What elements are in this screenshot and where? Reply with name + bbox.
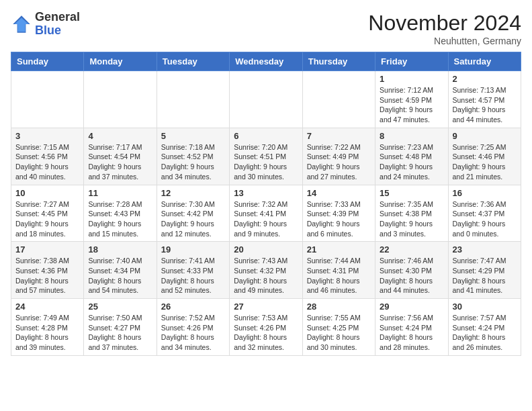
calendar-cell: 23Sunrise: 7:47 AM Sunset: 4:29 PM Dayli…: [448, 242, 521, 299]
calendar-cell: 20Sunrise: 7:43 AM Sunset: 4:32 PM Dayli…: [230, 242, 302, 299]
day-number: 29: [380, 302, 443, 312]
logo-icon: [11, 13, 32, 35]
day-number: 3: [15, 131, 79, 141]
day-info: Sunrise: 7:32 AM Sunset: 4:41 PM Dayligh…: [234, 199, 298, 239]
day-number: 12: [161, 188, 225, 198]
day-number: 22: [380, 244, 443, 255]
calendar-cell: 2Sunrise: 7:13 AM Sunset: 4:57 PM Daylig…: [448, 71, 521, 128]
day-info: Sunrise: 7:46 AM Sunset: 4:30 PM Dayligh…: [380, 256, 443, 295]
day-number: 1: [380, 74, 443, 84]
svg-marker-1: [15, 17, 29, 32]
calendar-cell: 11Sunrise: 7:28 AM Sunset: 4:43 PM Dayli…: [84, 185, 157, 242]
weekday-header: Friday: [375, 52, 448, 71]
logo-general-text: General: [35, 10, 80, 24]
day-info: Sunrise: 7:41 AM Sunset: 4:33 PM Dayligh…: [161, 256, 225, 295]
calendar-cell: 26Sunrise: 7:52 AM Sunset: 4:26 PM Dayli…: [157, 299, 229, 356]
day-info: Sunrise: 7:22 AM Sunset: 4:49 PM Dayligh…: [307, 142, 371, 182]
day-info: Sunrise: 7:55 AM Sunset: 4:25 PM Dayligh…: [307, 313, 371, 353]
day-number: 8: [380, 131, 443, 141]
calendar-cell: 19Sunrise: 7:41 AM Sunset: 4:33 PM Dayli…: [157, 242, 229, 299]
calendar-cell: 13Sunrise: 7:32 AM Sunset: 4:41 PM Dayli…: [230, 185, 302, 242]
day-number: 19: [161, 244, 225, 255]
weekday-header: Sunday: [11, 52, 84, 71]
day-info: Sunrise: 7:23 AM Sunset: 4:48 PM Dayligh…: [380, 142, 443, 182]
calendar-week-row: 17Sunrise: 7:38 AM Sunset: 4:36 PM Dayli…: [11, 242, 521, 299]
day-info: Sunrise: 7:38 AM Sunset: 4:36 PM Dayligh…: [15, 256, 79, 295]
calendar-cell: 1Sunrise: 7:12 AM Sunset: 4:59 PM Daylig…: [375, 71, 448, 128]
calendar-cell: 24Sunrise: 7:49 AM Sunset: 4:28 PM Dayli…: [11, 299, 84, 356]
day-number: 28: [307, 302, 371, 312]
weekday-header: Monday: [84, 52, 157, 71]
calendar-cell: 17Sunrise: 7:38 AM Sunset: 4:36 PM Dayli…: [11, 242, 84, 299]
day-info: Sunrise: 7:53 AM Sunset: 4:26 PM Dayligh…: [234, 313, 298, 353]
day-info: Sunrise: 7:30 AM Sunset: 4:42 PM Dayligh…: [161, 199, 225, 239]
day-info: Sunrise: 7:40 AM Sunset: 4:34 PM Dayligh…: [88, 256, 152, 295]
weekday-header-row: SundayMondayTuesdayWednesdayThursdayFrid…: [11, 52, 521, 71]
calendar-cell: 8Sunrise: 7:23 AM Sunset: 4:48 PM Daylig…: [375, 128, 448, 185]
day-number: 24: [15, 302, 79, 312]
day-number: 7: [307, 131, 371, 141]
day-number: 17: [15, 244, 79, 255]
location: Neuhutten, Germany: [368, 36, 521, 46]
day-number: 2: [453, 74, 517, 84]
day-number: 30: [453, 302, 517, 312]
calendar-cell: 30Sunrise: 7:57 AM Sunset: 4:24 PM Dayli…: [448, 299, 521, 356]
calendar-cell: 5Sunrise: 7:18 AM Sunset: 4:52 PM Daylig…: [157, 128, 229, 185]
calendar-cell: [84, 71, 157, 128]
calendar-cell: 6Sunrise: 7:20 AM Sunset: 4:51 PM Daylig…: [230, 128, 302, 185]
day-number: 15: [380, 188, 443, 198]
day-number: 14: [307, 188, 371, 198]
day-info: Sunrise: 7:56 AM Sunset: 4:24 PM Dayligh…: [380, 313, 443, 353]
calendar-cell: [230, 71, 302, 128]
title-block: November 2024 Neuhutten, Germany: [368, 11, 521, 46]
day-info: Sunrise: 7:35 AM Sunset: 4:38 PM Dayligh…: [380, 199, 443, 239]
day-number: 27: [234, 302, 298, 312]
day-info: Sunrise: 7:36 AM Sunset: 4:37 PM Dayligh…: [453, 199, 517, 239]
calendar-cell: 27Sunrise: 7:53 AM Sunset: 4:26 PM Dayli…: [230, 299, 302, 356]
calendar-cell: 18Sunrise: 7:40 AM Sunset: 4:34 PM Dayli…: [84, 242, 157, 299]
calendar-cell: 21Sunrise: 7:44 AM Sunset: 4:31 PM Dayli…: [302, 242, 375, 299]
day-info: Sunrise: 7:25 AM Sunset: 4:46 PM Dayligh…: [453, 142, 517, 182]
day-number: 20: [234, 244, 298, 255]
day-info: Sunrise: 7:49 AM Sunset: 4:28 PM Dayligh…: [15, 313, 79, 353]
calendar-cell: 3Sunrise: 7:15 AM Sunset: 4:56 PM Daylig…: [11, 128, 84, 185]
day-number: 18: [88, 244, 152, 255]
calendar-cell: 7Sunrise: 7:22 AM Sunset: 4:49 PM Daylig…: [302, 128, 375, 185]
calendar-cell: [157, 71, 229, 128]
day-info: Sunrise: 7:52 AM Sunset: 4:26 PM Dayligh…: [161, 313, 225, 353]
calendar-week-row: 10Sunrise: 7:27 AM Sunset: 4:45 PM Dayli…: [11, 185, 521, 242]
calendar-cell: 4Sunrise: 7:17 AM Sunset: 4:54 PM Daylig…: [84, 128, 157, 185]
day-info: Sunrise: 7:33 AM Sunset: 4:39 PM Dayligh…: [307, 199, 371, 239]
day-info: Sunrise: 7:15 AM Sunset: 4:56 PM Dayligh…: [15, 142, 79, 182]
calendar-cell: 28Sunrise: 7:55 AM Sunset: 4:25 PM Dayli…: [302, 299, 375, 356]
month-title: November 2024: [368, 11, 521, 36]
day-info: Sunrise: 7:43 AM Sunset: 4:32 PM Dayligh…: [234, 256, 298, 295]
calendar-cell: [302, 71, 375, 128]
logo: General Blue: [11, 11, 80, 38]
logo-blue-text: Blue: [35, 24, 61, 37]
calendar-cell: [11, 71, 84, 128]
day-info: Sunrise: 7:47 AM Sunset: 4:29 PM Dayligh…: [453, 256, 517, 295]
calendar-cell: 29Sunrise: 7:56 AM Sunset: 4:24 PM Dayli…: [375, 299, 448, 356]
day-number: 26: [161, 302, 225, 312]
day-number: 21: [307, 244, 371, 255]
day-info: Sunrise: 7:13 AM Sunset: 4:57 PM Dayligh…: [453, 85, 517, 125]
day-info: Sunrise: 7:12 AM Sunset: 4:59 PM Dayligh…: [380, 85, 443, 125]
calendar-table: SundayMondayTuesdayWednesdayThursdayFrid…: [11, 52, 521, 356]
weekday-header: Thursday: [302, 52, 375, 71]
weekday-header: Wednesday: [230, 52, 302, 71]
day-number: 6: [234, 131, 298, 141]
day-number: 23: [453, 244, 517, 255]
calendar-cell: 25Sunrise: 7:50 AM Sunset: 4:27 PM Dayli…: [84, 299, 157, 356]
day-number: 4: [88, 131, 152, 141]
day-number: 5: [161, 131, 225, 141]
day-info: Sunrise: 7:50 AM Sunset: 4:27 PM Dayligh…: [88, 313, 152, 353]
day-info: Sunrise: 7:18 AM Sunset: 4:52 PM Dayligh…: [161, 142, 225, 182]
calendar-week-row: 24Sunrise: 7:49 AM Sunset: 4:28 PM Dayli…: [11, 299, 521, 356]
weekday-header: Tuesday: [157, 52, 229, 71]
day-info: Sunrise: 7:57 AM Sunset: 4:24 PM Dayligh…: [453, 313, 517, 353]
calendar-cell: 16Sunrise: 7:36 AM Sunset: 4:37 PM Dayli…: [448, 185, 521, 242]
day-info: Sunrise: 7:44 AM Sunset: 4:31 PM Dayligh…: [307, 256, 371, 295]
day-number: 16: [453, 188, 517, 198]
day-info: Sunrise: 7:27 AM Sunset: 4:45 PM Dayligh…: [15, 199, 79, 239]
